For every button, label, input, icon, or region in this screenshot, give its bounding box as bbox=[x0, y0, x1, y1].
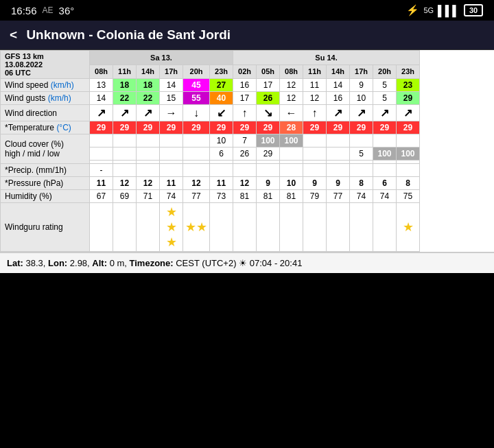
prs-7: 9 bbox=[257, 177, 280, 190]
precip-label: *Precip. (mm/1h) bbox=[1, 164, 90, 177]
h-3: 74 bbox=[160, 190, 183, 203]
t-10: 29 bbox=[327, 121, 350, 134]
ch-11 bbox=[350, 134, 373, 148]
h-7: 81 bbox=[257, 190, 280, 203]
wg-12: 5 bbox=[373, 92, 397, 105]
wd-10: ↗ bbox=[327, 105, 350, 121]
model-info: GFS 13 km 13.08.2022 06 UTC bbox=[1, 51, 90, 79]
wd-4: ↓ bbox=[183, 105, 210, 121]
hour-23h-2: 23h bbox=[397, 64, 420, 79]
pressure-row: *Pressure (hPa) 11 12 12 11 12 11 12 9 1… bbox=[1, 177, 420, 190]
wgr-9 bbox=[303, 203, 327, 252]
cm-11: 5 bbox=[350, 148, 373, 161]
ch-12 bbox=[373, 134, 397, 148]
footer-text: Lat: 38.3, Lon: 2.98, Alt: 0 m, Timezone… bbox=[7, 258, 302, 268]
prs-12: 6 bbox=[373, 177, 397, 190]
t-9: 29 bbox=[303, 121, 327, 134]
wg-13: 29 bbox=[397, 92, 420, 105]
pr-1 bbox=[113, 164, 137, 177]
wgr-2 bbox=[137, 203, 160, 252]
ws-7: 17 bbox=[257, 79, 280, 92]
ws-9: 11 bbox=[303, 79, 327, 92]
hour-08h-2: 08h bbox=[280, 64, 303, 79]
cm-0 bbox=[90, 148, 113, 161]
back-button[interactable]: < bbox=[10, 27, 17, 42]
wd-3: → bbox=[160, 105, 183, 121]
wgr-12 bbox=[373, 203, 397, 252]
pr-10 bbox=[327, 164, 350, 177]
hour-14h-1: 14h bbox=[137, 64, 160, 79]
cloud-high-row: Cloud cover (%)high / mid / low 10 7 100… bbox=[1, 134, 420, 148]
ws-2: 18 bbox=[137, 79, 160, 92]
ws-4: 45 bbox=[183, 79, 210, 92]
h-6: 81 bbox=[233, 190, 257, 203]
h-11: 74 bbox=[350, 190, 373, 203]
wind-speed-row: Wind speed (km/h) 13 18 18 14 45 27 16 1… bbox=[1, 79, 420, 92]
ws-0: 13 bbox=[90, 79, 113, 92]
ch-7: 100 bbox=[257, 134, 280, 148]
wd-5: ↙ bbox=[210, 105, 233, 121]
h-9: 79 bbox=[303, 190, 327, 203]
ws-5: 27 bbox=[210, 79, 233, 92]
wg-6: 17 bbox=[233, 92, 257, 105]
wgr-4: ★★ bbox=[183, 203, 210, 252]
h-5: 73 bbox=[210, 190, 233, 203]
h-12: 74 bbox=[373, 190, 397, 203]
h-0: 67 bbox=[90, 190, 113, 203]
hour-11h-1: 11h bbox=[113, 64, 137, 79]
prs-2: 12 bbox=[137, 177, 160, 190]
t-2: 29 bbox=[137, 121, 160, 134]
wd-9: ↑ bbox=[303, 105, 327, 121]
wgr-11 bbox=[350, 203, 373, 252]
ws-12: 5 bbox=[373, 79, 397, 92]
wg-3: 15 bbox=[160, 92, 183, 105]
wd-0: ↗ bbox=[90, 105, 113, 121]
t-4: 29 bbox=[183, 121, 210, 134]
prs-4: 12 bbox=[183, 177, 210, 190]
wg-4: 55 bbox=[183, 92, 210, 105]
ch-8: 100 bbox=[280, 134, 303, 148]
pr-8 bbox=[280, 164, 303, 177]
wind-gusts-label: Wind gusts (km/h) bbox=[1, 92, 90, 105]
ch-5: 10 bbox=[210, 134, 233, 148]
cm-10 bbox=[327, 148, 350, 161]
h-8: 81 bbox=[280, 190, 303, 203]
h-13: 75 bbox=[397, 190, 420, 203]
ws-10: 14 bbox=[327, 79, 350, 92]
hour-05h: 05h bbox=[257, 64, 280, 79]
ws-6: 16 bbox=[233, 79, 257, 92]
hour-14h-2: 14h bbox=[327, 64, 350, 79]
prs-6: 12 bbox=[233, 177, 257, 190]
pr-2 bbox=[137, 164, 160, 177]
pr-3 bbox=[160, 164, 183, 177]
cm-8 bbox=[280, 148, 303, 161]
network-icon: 5G bbox=[423, 6, 434, 14]
ch-0 bbox=[90, 134, 113, 148]
ch-10 bbox=[327, 134, 350, 148]
weather-table: GFS 13 km 13.08.2022 06 UTC Sa 13. Su 14… bbox=[0, 50, 420, 252]
prs-0: 11 bbox=[90, 177, 113, 190]
pr-7 bbox=[257, 164, 280, 177]
wg-11: 10 bbox=[350, 92, 373, 105]
windguru-rating-label: Windguru rating bbox=[1, 203, 90, 252]
prs-10: 9 bbox=[327, 177, 350, 190]
wg-8: 12 bbox=[280, 92, 303, 105]
ws-11: 9 bbox=[350, 79, 373, 92]
ae-indicator: AE bbox=[43, 5, 54, 15]
ws-1: 18 bbox=[113, 79, 137, 92]
pr-0: - bbox=[90, 164, 113, 177]
wd-1: ↗ bbox=[113, 105, 137, 121]
hour-11h-2: 11h bbox=[303, 64, 327, 79]
pr-11 bbox=[350, 164, 373, 177]
cm-7: 29 bbox=[257, 148, 280, 161]
hour-17h-2: 17h bbox=[350, 64, 373, 79]
data-table-container: GFS 13 km 13.08.2022 06 UTC Sa 13. Su 14… bbox=[0, 50, 494, 252]
h-10: 77 bbox=[327, 190, 350, 203]
windguru-rating-row: Windguru rating ★★★ ★★ ★ bbox=[1, 203, 420, 252]
cloud-cover-label: Cloud cover (%)high / mid / low bbox=[1, 134, 90, 164]
pr-12 bbox=[373, 164, 397, 177]
status-left: 16:56 AE 36° bbox=[11, 5, 74, 16]
wgr-13: ★ bbox=[397, 203, 420, 252]
pressure-label: *Pressure (hPa) bbox=[1, 177, 90, 190]
time: 16:56 bbox=[11, 5, 37, 16]
